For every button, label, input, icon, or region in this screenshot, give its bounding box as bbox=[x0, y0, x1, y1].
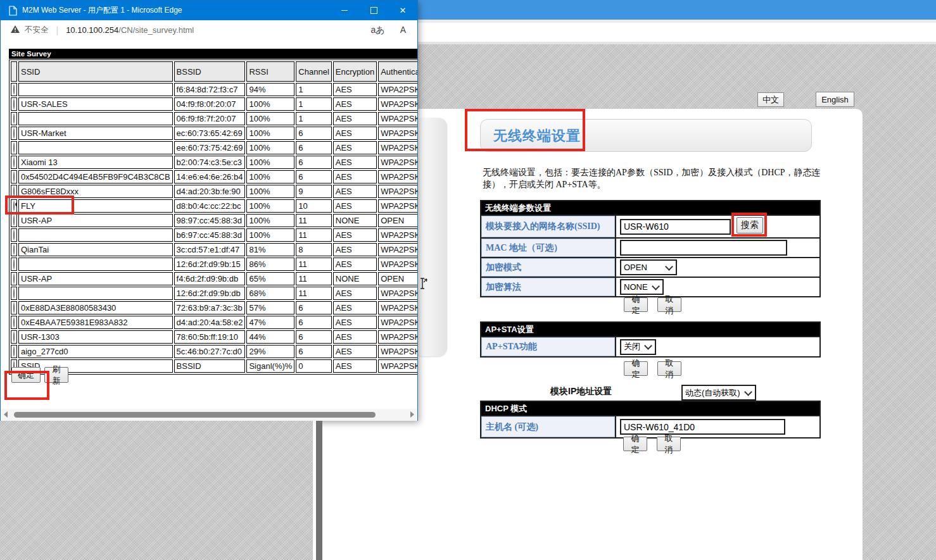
module-ip-setting-value: 动态(自动获取) bbox=[685, 387, 740, 399]
mac-input[interactable] bbox=[620, 240, 787, 256]
url-path[interactable]: /CN/site_survey.html bbox=[118, 25, 194, 35]
cell-encryption: AES bbox=[333, 330, 377, 344]
ssid-row: 模块要接入的网络名称(SSID) bbox=[481, 215, 819, 237]
table-row: 0xE4BAA7E59381E983A832d4:ad:20:4a:58:e24… bbox=[11, 316, 417, 329]
radio-unselected[interactable] bbox=[13, 84, 15, 95]
cell-bssid: 3c:cd:57:e1:df:47 bbox=[174, 243, 246, 256]
radio-unselected[interactable] bbox=[13, 332, 15, 342]
cell-rssi: 100% bbox=[246, 156, 294, 169]
sta-params-header: 无线终端参数设置 bbox=[481, 201, 819, 215]
radio-unselected[interactable] bbox=[13, 142, 15, 153]
encryption-mode-select[interactable]: OPEN bbox=[620, 259, 677, 275]
usr-menu-sidebar-sliver bbox=[415, 118, 447, 356]
cell-authentication: WPA2PSK bbox=[378, 83, 417, 96]
annotation-box-search-button bbox=[731, 213, 767, 237]
not-secure-label: 不安全 bbox=[25, 25, 49, 35]
encryption-alg-row: 加密算法 NONE bbox=[481, 277, 819, 296]
cell-channel: 6 bbox=[296, 330, 331, 344]
module-ip-setting-select[interactable]: 动态(自动获取) bbox=[681, 385, 756, 401]
table-row: SSIDBSSIDSiganl(%)%0AESWPA2PSKAd bbox=[11, 359, 417, 373]
table-row: b6:97:cc:45:88:3d100%11AESWPA2PSKInfr bbox=[11, 228, 417, 242]
sta-ok-button[interactable]: 确定 bbox=[624, 297, 648, 312]
cell-channel: 10 bbox=[296, 199, 331, 213]
table-row: QianTai3c:cd:57:e1:df:4781%8AESWPA2PSKIn… bbox=[11, 243, 417, 256]
cell-rssi: 65% bbox=[246, 272, 294, 285]
cell-ssid: QianTai bbox=[18, 243, 173, 256]
document-icon bbox=[9, 6, 17, 16]
cell-authentication: WPA2PSK bbox=[378, 258, 417, 271]
radio-unselected[interactable] bbox=[13, 317, 15, 328]
col-bssid: BSSID bbox=[174, 61, 246, 82]
cell-bssid: ee:60:73:75:42:69 bbox=[174, 141, 246, 154]
close-button[interactable]: ✕ bbox=[388, 1, 417, 20]
scroll-left-icon[interactable] bbox=[4, 411, 8, 418]
radio-cell bbox=[11, 287, 17, 300]
radio-unselected[interactable] bbox=[13, 157, 15, 168]
apsta-func-label: AP+STA功能 bbox=[481, 337, 616, 356]
language-chinese-button[interactable]: 中文 bbox=[757, 92, 784, 107]
apsta-ok-button[interactable]: 确定 bbox=[624, 361, 648, 376]
translate-icon[interactable]: aあ bbox=[371, 25, 385, 36]
dhcp-ok-button[interactable]: 确定 bbox=[623, 437, 647, 451]
cell-bssid: ec:60:73:65:42:69 bbox=[174, 127, 246, 140]
cell-ssid bbox=[18, 83, 173, 96]
radio-unselected[interactable] bbox=[13, 99, 15, 109]
cell-encryption: AES bbox=[333, 345, 377, 358]
cell-channel: 1 bbox=[296, 83, 331, 96]
cell-channel: 11 bbox=[296, 258, 331, 271]
radio-cell bbox=[11, 345, 17, 358]
cell-bssid: 78:60:5b:ff:19:10 bbox=[174, 330, 246, 344]
radio-unselected[interactable] bbox=[13, 259, 15, 270]
radio-unselected[interactable] bbox=[13, 128, 15, 139]
cell-bssid: BSSID bbox=[174, 359, 246, 373]
cell-ssid: 0xE88DA3E88080583430 bbox=[18, 301, 173, 314]
ssid-input[interactable] bbox=[620, 219, 731, 235]
cell-encryption: AES bbox=[333, 301, 377, 314]
radio-unselected[interactable] bbox=[13, 273, 15, 284]
language-english-button[interactable]: English bbox=[816, 92, 854, 107]
minimize-button[interactable] bbox=[330, 1, 359, 20]
encryption-alg-label: 加密算法 bbox=[481, 278, 616, 296]
cell-authentication: WPA2PSK bbox=[378, 112, 417, 125]
cell-authentication: WPA2PSK bbox=[378, 156, 417, 169]
edge-address-bar[interactable]: 不安全 | 10.10.100.254/CN/site_survey.html … bbox=[1, 20, 417, 40]
cell-rssi: Siganl(%)% bbox=[246, 359, 294, 373]
radio-unselected[interactable] bbox=[13, 113, 15, 124]
apsta-cancel-button[interactable]: 取消 bbox=[657, 361, 681, 376]
radio-unselected[interactable] bbox=[13, 288, 15, 299]
read-aloud-icon[interactable]: A bbox=[400, 25, 406, 36]
col-rssi: RSSI bbox=[246, 61, 294, 82]
apsta-func-select[interactable]: 关闭 bbox=[620, 339, 656, 355]
radio-unselected[interactable] bbox=[13, 230, 15, 240]
scrollbar-thumb[interactable] bbox=[14, 412, 376, 418]
cell-authentication: WPA2PSK bbox=[378, 287, 417, 300]
radio-cell bbox=[11, 112, 17, 125]
cell-ssid: USR-AP bbox=[18, 214, 173, 227]
hostname-input[interactable] bbox=[620, 419, 785, 435]
maximize-button[interactable] bbox=[359, 1, 388, 20]
scroll-right-icon[interactable] bbox=[410, 411, 414, 418]
radio-unselected[interactable] bbox=[13, 302, 15, 313]
cell-rssi: 100% bbox=[246, 97, 294, 111]
annotation-box-fly-row bbox=[5, 196, 74, 215]
radio-cell bbox=[11, 228, 17, 242]
radio-unselected[interactable] bbox=[13, 171, 15, 182]
cell-rssi: 100% bbox=[246, 127, 294, 140]
radio-cell bbox=[11, 127, 17, 140]
url-host[interactable]: 10.10.100.254 bbox=[66, 25, 118, 35]
table-row: Xiaomi 13b2:00:74:c3:5e:c3100%6AESWPA2PS… bbox=[11, 156, 417, 169]
close-icon: ✕ bbox=[400, 6, 407, 15]
radio-unselected[interactable] bbox=[13, 346, 15, 357]
cell-ssid: Xiaomi 13 bbox=[18, 156, 173, 169]
edge-titlebar[interactable]: M2M Web Server - 用户配置 1 - Microsoft Edge… bbox=[1, 1, 417, 20]
cell-encryption: AES bbox=[333, 83, 377, 96]
table-row: 12:6d:2f:d9:9b:db68%11AESWPA2PSKInfr bbox=[11, 287, 417, 300]
radio-unselected[interactable] bbox=[13, 244, 15, 255]
dhcp-cancel-button[interactable]: 取消 bbox=[657, 437, 681, 451]
horizontal-scrollbar[interactable] bbox=[1, 409, 417, 421]
sta-cancel-button[interactable]: 取消 bbox=[657, 297, 681, 312]
cell-bssid: d4:ad:20:4a:58:e2 bbox=[174, 316, 246, 329]
encryption-alg-select[interactable]: NONE bbox=[620, 279, 664, 295]
radio-unselected[interactable] bbox=[13, 215, 15, 226]
cell-authentication: OPEN bbox=[378, 214, 417, 227]
